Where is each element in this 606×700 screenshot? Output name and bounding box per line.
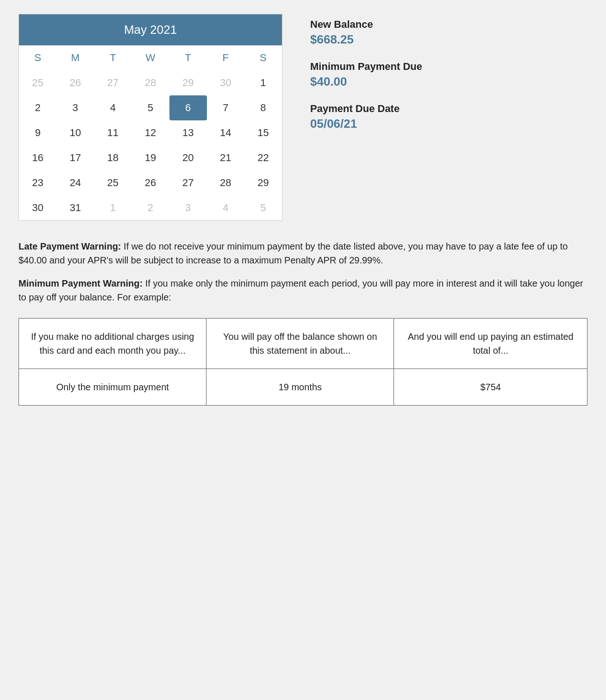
calendar-day[interactable]: 12 <box>131 120 169 145</box>
due-date-value: 05/06/21 <box>310 117 422 131</box>
calendar-day[interactable]: 25 <box>19 70 56 95</box>
calendar-week-row: 303112345 <box>19 195 282 220</box>
table-data-row: Only the minimum payment 19 months $754 <box>19 369 587 406</box>
day-of-week-header: M <box>56 45 94 70</box>
day-of-week-header: S <box>19 45 56 70</box>
calendar-grid: SMTWTFS 25262728293012345678910111213141… <box>19 45 282 220</box>
min-payment-label: Minimum Payment Due <box>310 61 422 73</box>
calendar-day[interactable]: 19 <box>131 145 169 170</box>
calendar-day[interactable]: 30 <box>19 195 56 220</box>
calendar-day[interactable]: 16 <box>19 145 56 170</box>
calendar-day[interactable]: 5 <box>244 195 282 220</box>
calendar-day[interactable]: 20 <box>169 145 207 170</box>
calendar-day[interactable]: 27 <box>94 70 131 95</box>
table-data-col1: Only the minimum payment <box>19 369 206 406</box>
calendar-day[interactable]: 7 <box>207 95 244 120</box>
calendar-day[interactable]: 10 <box>56 120 94 145</box>
calendar-day[interactable]: 1 <box>244 70 282 95</box>
calendar-day[interactable]: 21 <box>207 145 244 170</box>
table-data-col3: $754 <box>394 369 587 406</box>
new-balance-label: New Balance <box>310 19 422 31</box>
calendar-day[interactable]: 2 <box>131 195 169 220</box>
calendar-body: 2526272829301234567891011121314151617181… <box>19 70 282 220</box>
calendar-week-row: 9101112131415 <box>19 120 282 145</box>
calendar-day[interactable]: 18 <box>94 145 131 170</box>
calendar-day[interactable]: 24 <box>56 170 94 195</box>
calendar-day[interactable]: 2 <box>19 95 56 120</box>
calendar-day[interactable]: 29 <box>244 170 282 195</box>
due-date-label: Payment Due Date <box>310 103 422 115</box>
min-warning-bold: Minimum Payment Warning: <box>19 278 143 288</box>
calendar-day[interactable]: 22 <box>244 145 282 170</box>
day-of-week-header: S <box>244 45 282 70</box>
calendar-day[interactable]: 4 <box>207 195 244 220</box>
calendar-day[interactable]: 4 <box>94 95 131 120</box>
calendar-day[interactable]: 30 <box>207 70 244 95</box>
calendar-day[interactable]: 8 <box>244 95 282 120</box>
calendar-day[interactable]: 11 <box>94 120 131 145</box>
balance-info: New Balance $668.25 Minimum Payment Due … <box>310 14 422 221</box>
calendar-day[interactable]: 5 <box>131 95 169 120</box>
calendar-day[interactable]: 3 <box>169 195 207 220</box>
calendar-day[interactable]: 14 <box>207 120 244 145</box>
day-of-week-header: W <box>131 45 169 70</box>
calendar-day[interactable]: 31 <box>56 195 94 220</box>
calendar-week-row: 2345678 <box>19 95 282 120</box>
calendar-day[interactable]: 13 <box>169 120 207 145</box>
calendar-day[interactable]: 28 <box>207 170 244 195</box>
late-warning-bold: Late Payment Warning: <box>19 241 121 251</box>
min-payment-value: $40.00 <box>310 75 422 89</box>
calendar-day[interactable]: 3 <box>56 95 94 120</box>
table-header-col3: And you will end up paying an estimated … <box>394 319 587 369</box>
table-header-col2: You will pay off the balance shown on th… <box>206 319 394 369</box>
table-data-col2: 19 months <box>206 369 394 406</box>
calendar-week-row: 16171819202122 <box>19 145 282 170</box>
calendar-day[interactable]: 23 <box>19 170 56 195</box>
new-balance-value: $668.25 <box>310 32 422 47</box>
calendar-day[interactable]: 1 <box>94 195 131 220</box>
calendar-day[interactable]: 25 <box>94 170 131 195</box>
day-of-week-header: T <box>169 45 207 70</box>
days-of-week-row: SMTWTFS <box>19 45 282 70</box>
calendar-week-row: 2526272829301 <box>19 70 282 95</box>
calendar: May 2021 SMTWTFS 25262728293012345678910… <box>19 14 282 221</box>
calendar-week-row: 23242526272829 <box>19 170 282 195</box>
calendar-day[interactable]: 26 <box>131 170 169 195</box>
day-of-week-header: F <box>207 45 244 70</box>
late-payment-warning: Late Payment Warning: If we do not recei… <box>19 239 587 267</box>
table-header-col1: If you make no additional charges using … <box>19 319 206 369</box>
min-payment-warning: Minimum Payment Warning: If you make onl… <box>19 276 587 304</box>
calendar-day[interactable]: 9 <box>19 120 56 145</box>
calendar-day[interactable]: 17 <box>56 145 94 170</box>
calendar-header: May 2021 <box>19 14 282 45</box>
day-of-week-header: T <box>94 45 131 70</box>
table-header-row: If you make no additional charges using … <box>19 319 587 369</box>
calendar-day[interactable]: 6 <box>169 95 207 120</box>
calendar-day[interactable]: 26 <box>56 70 94 95</box>
calendar-day[interactable]: 28 <box>131 70 169 95</box>
payment-table: If you make no additional charges using … <box>19 318 587 406</box>
calendar-day[interactable]: 29 <box>169 70 207 95</box>
calendar-day[interactable]: 15 <box>244 120 282 145</box>
calendar-day[interactable]: 27 <box>169 170 207 195</box>
top-section: May 2021 SMTWTFS 25262728293012345678910… <box>19 14 587 221</box>
warning-section: Late Payment Warning: If we do not recei… <box>19 239 587 304</box>
